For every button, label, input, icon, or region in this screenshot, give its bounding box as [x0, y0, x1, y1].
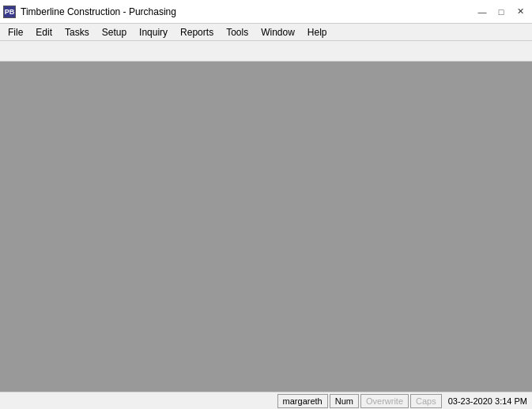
- app-icon: PB: [3, 6, 16, 18]
- status-datetime: 03-23-2020 3:14 PM: [443, 396, 532, 406]
- menu-bar: FileEditTasksSetupInquiryReportsToolsWin…: [0, 24, 532, 41]
- title-text: Timberline Construction - Purchasing: [21, 6, 176, 17]
- toolbar: [0, 41, 532, 62]
- menu-item-file[interactable]: File: [2, 24, 29, 40]
- menu-item-edit[interactable]: Edit: [29, 24, 58, 40]
- title-left: PB Timberline Construction - Purchasing: [3, 6, 176, 18]
- menu-item-help[interactable]: Help: [301, 24, 334, 40]
- menu-item-tools[interactable]: Tools: [220, 24, 255, 40]
- status-user: margareth: [277, 394, 328, 408]
- minimize-button[interactable]: —: [474, 3, 491, 21]
- window-controls: — □ ✕: [474, 3, 529, 21]
- status-bar: margareth Num Overwrite Caps 03-23-2020 …: [0, 392, 532, 409]
- menu-item-window[interactable]: Window: [255, 24, 301, 40]
- menu-item-setup[interactable]: Setup: [96, 24, 133, 40]
- status-caps: Caps: [410, 394, 442, 408]
- close-button[interactable]: ✕: [511, 3, 529, 21]
- main-area: [0, 62, 532, 392]
- menu-item-reports[interactable]: Reports: [174, 24, 220, 40]
- title-bar: PB Timberline Construction - Purchasing …: [0, 0, 532, 24]
- menu-item-tasks[interactable]: Tasks: [58, 24, 96, 40]
- menu-item-inquiry[interactable]: Inquiry: [133, 24, 174, 40]
- status-overwrite: Overwrite: [360, 394, 409, 408]
- status-num: Num: [330, 394, 359, 408]
- maximize-button[interactable]: □: [492, 3, 510, 21]
